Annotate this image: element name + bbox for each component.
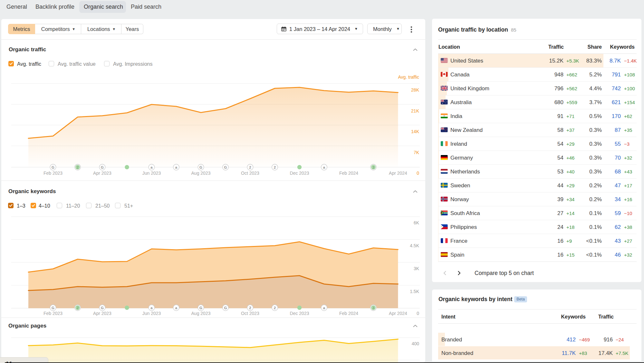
svg-text:G: G [199,165,202,169]
svg-text:G: G [199,306,202,310]
svg-text:6K: 6K [414,220,419,225]
svg-text:Dec 2023: Dec 2023 [290,171,309,176]
svg-text:G: G [52,306,54,310]
svg-text:Oct 2023: Oct 2023 [241,171,259,176]
svg-text:Dec 2023: Dec 2023 [290,311,309,316]
svg-text:Apr 2024: Apr 2024 [389,311,407,316]
svg-text:Jun 2023: Jun 2023 [142,171,161,176]
svg-text:3: 3 [372,165,374,169]
svg-text:1.5K: 1.5K [410,289,419,294]
svg-text:2: 2 [77,165,79,169]
svg-text:a: a [175,165,178,169]
svg-text:Jun 2023: Jun 2023 [142,311,161,316]
svg-text:7K: 7K [414,150,419,155]
svg-text:Aug 2023: Aug 2023 [191,171,211,176]
svg-text:2: 2 [274,165,276,169]
svg-text:Avg. traffic: Avg. traffic [398,74,419,80]
svg-text:28K: 28K [411,87,419,93]
svg-text:Feb 2024: Feb 2024 [339,171,358,176]
svg-text:2: 2 [249,165,251,169]
svg-text:a: a [323,165,325,169]
svg-text:Feb 2023: Feb 2023 [43,171,62,176]
svg-text:Apr 2023: Apr 2023 [93,171,111,176]
svg-text:a: a [150,165,153,169]
svg-text:G: G [224,306,227,310]
svg-text:2: 2 [249,306,251,310]
svg-text:2: 2 [274,306,276,310]
svg-text:G: G [101,165,104,169]
svg-text:a: a [323,306,325,310]
svg-text:a: a [175,306,178,310]
svg-text:Apr 2023: Apr 2023 [93,311,111,316]
svg-text:a: a [150,306,153,310]
svg-text:Feb 2023: Feb 2023 [43,311,62,316]
svg-text:Feb 2024: Feb 2024 [339,311,358,316]
svg-text:4.5K: 4.5K [410,243,419,248]
svg-text:21K: 21K [411,108,419,113]
svg-text:2: 2 [77,306,79,310]
svg-text:0: 0 [417,171,419,176]
svg-text:Aug 2023: Aug 2023 [191,311,211,316]
svg-text:G: G [52,165,54,169]
svg-text:G: G [101,306,104,310]
svg-text:Apr 2024: Apr 2024 [389,171,407,176]
svg-text:G: G [224,165,227,169]
svg-text:14K: 14K [411,129,419,134]
svg-text:400: 400 [412,341,419,346]
svg-text:Oct 2023: Oct 2023 [241,311,259,316]
svg-text:3: 3 [372,306,374,310]
svg-text:3K: 3K [414,266,419,271]
svg-text:0: 0 [417,311,419,316]
